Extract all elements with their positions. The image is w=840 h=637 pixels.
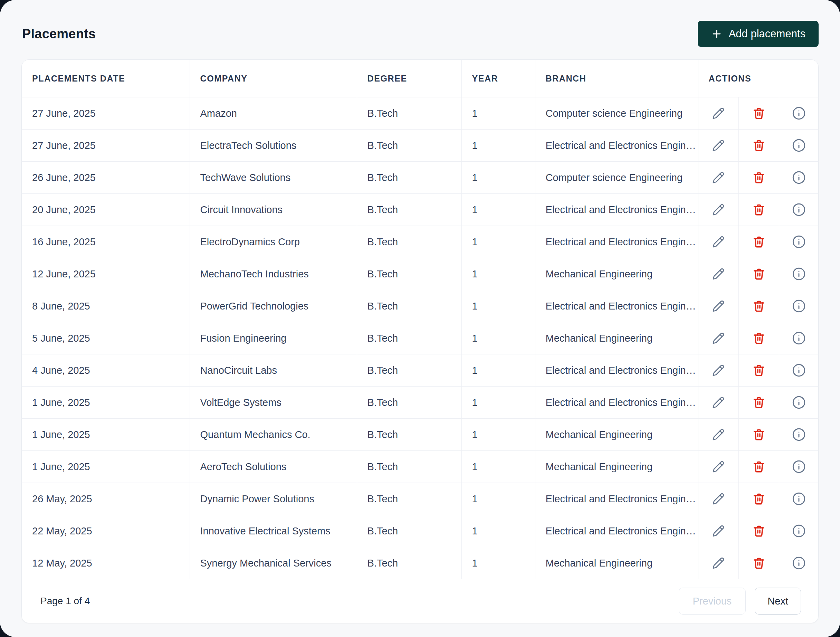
info-button[interactable]	[788, 231, 809, 252]
delete-button[interactable]	[749, 553, 769, 573]
table-row: 12 June, 2025 MechanoTech Industries B.T…	[22, 258, 819, 290]
cell-placements-date: 16 June, 2025	[22, 226, 189, 258]
cell-company: ElectraTech Solutions	[189, 130, 357, 162]
info-button[interactable]	[788, 553, 809, 574]
cell-branch: Electrical and Electronics Enginee...	[535, 226, 698, 258]
delete-button[interactable]	[749, 200, 769, 220]
delete-button[interactable]	[749, 264, 769, 284]
info-button[interactable]	[788, 296, 809, 316]
cell-degree: B.Tech	[357, 322, 461, 354]
next-page-button[interactable]: Next	[755, 588, 801, 615]
info-button[interactable]	[788, 360, 809, 381]
edit-pencil-icon	[712, 340, 725, 345]
delete-button[interactable]	[749, 489, 769, 509]
edit-button[interactable]	[709, 393, 728, 412]
cell-company: AeroTech Solutions	[189, 451, 357, 483]
placements-table-card: PLACEMENTS DATE COMPANY DEGREE YEAR BRAN…	[21, 59, 819, 623]
delete-trash-icon	[753, 212, 765, 217]
table-row: 1 June, 2025 VoltEdge Systems B.Tech 1 E…	[22, 387, 819, 419]
delete-button[interactable]	[749, 296, 769, 316]
cell-placements-date: 12 May, 2025	[22, 547, 189, 579]
delete-button[interactable]	[749, 457, 769, 477]
column-header-year: YEAR	[461, 60, 535, 97]
info-button[interactable]	[788, 392, 809, 413]
info-button[interactable]	[788, 199, 809, 220]
previous-page-button[interactable]: Previous	[679, 588, 746, 615]
edit-button[interactable]	[709, 104, 728, 123]
delete-trash-icon	[753, 277, 765, 281]
table-row: 16 June, 2025 ElectroDynamics Corp B.Tec…	[22, 226, 819, 258]
delete-button[interactable]	[749, 168, 769, 188]
cell-placements-date: 4 June, 2025	[22, 354, 189, 387]
cell-degree: B.Tech	[357, 258, 461, 290]
cell-branch: Mechanical Engineering	[535, 322, 698, 354]
edit-button[interactable]	[709, 136, 728, 155]
add-placements-label: Add placements	[729, 28, 805, 40]
info-icon	[792, 534, 806, 539]
edit-button[interactable]	[709, 232, 728, 251]
info-button[interactable]	[788, 135, 809, 156]
cell-company: ElectroDynamics Corp	[189, 226, 357, 258]
cell-company: MechanoTech Industries	[189, 258, 357, 290]
info-button[interactable]	[788, 328, 809, 349]
add-placements-button[interactable]: Add placements	[698, 21, 819, 47]
edit-button[interactable]	[709, 296, 728, 316]
cell-placements-date: 27 June, 2025	[22, 97, 189, 130]
delete-button[interactable]	[749, 103, 769, 123]
cell-branch: Mechanical Engineering	[535, 258, 698, 290]
cell-placements-date: 22 May, 2025	[22, 515, 189, 547]
delete-trash-icon	[753, 437, 765, 442]
cell-year: 1	[461, 130, 535, 162]
delete-button[interactable]	[749, 232, 769, 252]
delete-trash-icon	[753, 533, 765, 539]
delete-trash-icon	[753, 148, 765, 153]
table-row: 26 May, 2025 Dynamic Power Solutions B.T…	[22, 483, 819, 515]
table-row: 4 June, 2025 NanoCircuit Labs B.Tech 1 E…	[22, 354, 819, 387]
cell-degree: B.Tech	[357, 451, 461, 483]
delete-button[interactable]	[749, 360, 769, 380]
edit-button[interactable]	[709, 360, 728, 380]
edit-pencil-icon	[712, 212, 725, 217]
column-header-branch: BRANCH	[535, 60, 698, 97]
info-button[interactable]	[788, 167, 809, 188]
delete-button[interactable]	[749, 392, 769, 413]
table-row: 26 June, 2025 TechWave Solutions B.Tech …	[22, 162, 819, 194]
edit-button[interactable]	[709, 457, 728, 476]
edit-button[interactable]	[709, 553, 728, 573]
delete-button[interactable]	[749, 135, 769, 155]
cell-degree: B.Tech	[357, 290, 461, 322]
edit-pencil-icon	[712, 565, 725, 570]
info-button[interactable]	[788, 521, 809, 541]
pagination-controls: Previous Next	[679, 588, 801, 615]
cell-degree: B.Tech	[357, 483, 461, 515]
cell-placements-date: 26 June, 2025	[22, 162, 189, 194]
edit-button[interactable]	[709, 329, 728, 348]
info-button[interactable]	[788, 264, 809, 284]
info-button[interactable]	[788, 424, 809, 445]
edit-button[interactable]	[709, 521, 728, 541]
info-button[interactable]	[788, 103, 809, 124]
edit-pencil-icon	[712, 276, 725, 281]
cell-degree: B.Tech	[357, 97, 461, 130]
cell-year: 1	[461, 258, 535, 290]
table-row: 1 June, 2025 Quantum Mechanics Co. B.Tec…	[22, 419, 819, 451]
cell-year: 1	[461, 515, 535, 547]
edit-button[interactable]	[709, 489, 728, 509]
delete-button[interactable]	[749, 425, 769, 444]
cell-degree: B.Tech	[357, 419, 461, 451]
edit-pencil-icon	[712, 469, 725, 474]
cell-year: 1	[461, 354, 535, 387]
column-header-placements-date: PLACEMENTS DATE	[22, 60, 189, 97]
info-icon	[792, 437, 806, 443]
info-button[interactable]	[788, 456, 809, 477]
info-button[interactable]	[788, 488, 809, 509]
cell-year: 1	[461, 194, 535, 226]
edit-button[interactable]	[709, 264, 728, 284]
edit-button[interactable]	[709, 168, 728, 187]
cell-branch: Electrical and Electronics Enginee...	[535, 354, 698, 387]
edit-button[interactable]	[709, 200, 728, 219]
delete-button[interactable]	[749, 521, 769, 541]
delete-button[interactable]	[749, 328, 769, 348]
cell-placements-date: 1 June, 2025	[22, 419, 189, 451]
edit-button[interactable]	[709, 425, 728, 444]
